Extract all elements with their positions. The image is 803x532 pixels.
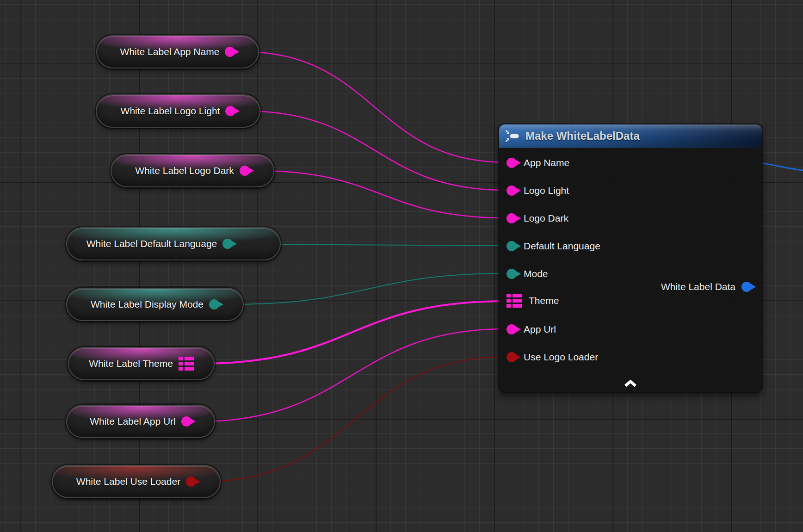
- pin-row-logo-light: Logo Light: [507, 185, 569, 197]
- string-input-pin[interactable]: [507, 324, 517, 334]
- collapse-button[interactable]: [623, 379, 638, 388]
- pin-label: Logo Dark: [524, 213, 568, 224]
- string-output-pin[interactable]: [181, 416, 191, 427]
- wire-default-language[interactable]: [250, 244, 506, 246]
- enum-input-pin[interactable]: [507, 241, 517, 251]
- node-label: White Label Logo Dark: [135, 165, 234, 176]
- node-get-white-label-app-url[interactable]: White Label App Url: [66, 405, 215, 438]
- enum-output-pin[interactable]: [209, 299, 219, 309]
- string-output-pin[interactable]: [225, 47, 235, 57]
- pin-row-app-url: App Url: [507, 323, 556, 335]
- node-title: Make WhiteLabelData: [525, 130, 640, 142]
- string-input-pin[interactable]: [507, 186, 517, 196]
- wire-logo-light[interactable]: [245, 111, 506, 190]
- node-get-white-label-logo-dark[interactable]: White Label Logo Dark: [111, 154, 274, 187]
- string-input-pin[interactable]: [507, 158, 517, 168]
- enum-output-pin[interactable]: [222, 239, 233, 249]
- struct-output-pin[interactable]: [741, 282, 752, 292]
- pin-label: App Url: [524, 324, 556, 335]
- wire-logo-dark[interactable]: [257, 171, 506, 218]
- string-input-pin[interactable]: [507, 213, 517, 223]
- string-output-pin[interactable]: [225, 106, 235, 116]
- make-struct-icon: [505, 129, 519, 143]
- pin-label: Default Language: [524, 241, 600, 252]
- wire-mode[interactable]: [231, 273, 506, 304]
- pin-label: App Name: [524, 157, 569, 168]
- wire-app-name[interactable]: [244, 52, 506, 162]
- pin-row-app-name: App Name: [507, 157, 569, 169]
- node-get-white-label-display-mode[interactable]: White Label Display Mode: [66, 288, 244, 321]
- wire-app-url[interactable]: [198, 329, 506, 421]
- enum-input-pin[interactable]: [507, 269, 517, 279]
- node-label: White Label App Url: [90, 416, 176, 427]
- node-get-white-label-theme[interactable]: White Label Theme: [68, 347, 215, 380]
- struct-output-pin[interactable]: [179, 357, 194, 371]
- pin-row-use-logo-loader: Use Logo Loader: [507, 351, 598, 363]
- pin-label: Theme: [529, 295, 559, 306]
- node-get-white-label-default-language[interactable]: White Label Default Language: [66, 227, 281, 260]
- node-get-white-label-use-loader[interactable]: White Label Use Loader: [52, 465, 221, 498]
- pin-row-default-language: Default Language: [507, 240, 600, 252]
- bool-output-pin[interactable]: [186, 476, 196, 487]
- node-header: Make WhiteLabelData: [499, 124, 762, 148]
- chevron-up-icon: [624, 380, 637, 387]
- node-label: White Label App Name: [120, 46, 220, 57]
- node-label: White Label Use Loader: [76, 476, 180, 487]
- pin-row-white-label-data: White Label Data: [661, 281, 752, 293]
- node-label: White Label Logo Light: [121, 105, 220, 117]
- node-make-whitelabeldata[interactable]: Make WhiteLabelData App Name Logo Light …: [499, 124, 762, 392]
- node-label: White Label Theme: [89, 358, 173, 369]
- pin-label: White Label Data: [661, 281, 735, 292]
- pin-row-logo-dark: Logo Dark: [507, 212, 568, 224]
- node-get-white-label-logo-light[interactable]: White Label Logo Light: [96, 94, 260, 128]
- node-label: White Label Default Language: [86, 238, 217, 249]
- pin-row-theme: Theme: [507, 295, 559, 307]
- struct-input-pin[interactable]: [507, 294, 522, 308]
- string-output-pin[interactable]: [240, 166, 250, 176]
- bool-input-pin[interactable]: [507, 352, 517, 362]
- pin-row-mode: Mode: [507, 268, 548, 280]
- pin-label: Logo Light: [524, 185, 569, 196]
- wire-use-logo-loader[interactable]: [204, 357, 506, 482]
- pin-label: Mode: [524, 268, 548, 279]
- node-label: White Label Display Mode: [91, 299, 204, 310]
- blueprint-canvas[interactable]: White Label App Name White Label Logo Li…: [0, 0, 803, 532]
- pin-label: Use Logo Loader: [524, 352, 598, 363]
- node-get-white-label-app-name[interactable]: White Label App Name: [96, 35, 259, 68]
